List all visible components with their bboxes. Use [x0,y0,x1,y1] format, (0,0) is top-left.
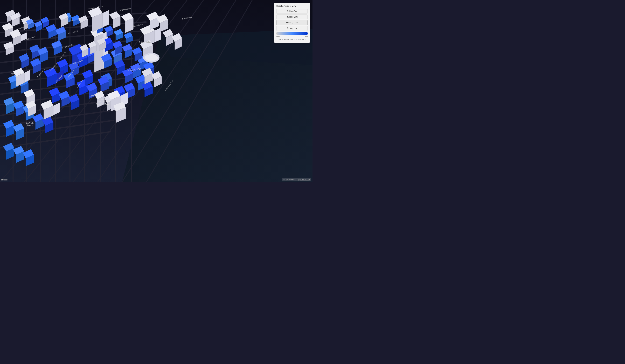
map-attribution[interactable]: © OpenStreetMap Improve this map [282,178,311,181]
control-panel: Select a metric to view: Building Age Bu… [274,2,310,43]
panel-title: Select a metric to view: [276,5,308,7]
svg-text:Governor: Governor [99,99,106,100]
building-age-button[interactable]: Building Age [276,9,308,14]
svg-marker-181 [102,10,109,27]
gradient-bar-container: Low High [276,32,308,37]
primary-use-button[interactable]: Primary Use [276,26,308,31]
svg-text:Tom McCall: Tom McCall [98,101,107,103]
osm-credit: © OpenStreetMap [283,179,296,180]
svg-text:Square: Square [15,75,21,77]
svg-text:City Center: City Center [26,122,34,124]
mapbox-logo: Mapbox [1,179,8,181]
svg-text:Parking: Parking [27,124,33,126]
svg-text:Waterfront Park: Waterfront Park [96,103,109,105]
building-sqft-button[interactable]: Building Sqft [276,14,308,19]
city-visualization[interactable]: N Broadway Bridge NW Fremont St NW Evere… [0,0,312,182]
gradient-high-label: High [304,35,308,37]
gradient-bar [276,32,308,35]
map-container: N Broadway Bridge NW Fremont St NW Evere… [0,0,312,182]
svg-point-192 [145,54,158,61]
gradient-labels: Low High [276,35,308,37]
improve-map-link[interactable]: Improve this map [298,179,310,180]
mapbox-logo-text: Mapbox [1,179,8,181]
svg-text:N Steel Bridge: N Steel Bridge [139,41,151,43]
gradient-low-label: Low [276,35,280,37]
click-info: Click on a building for more information… [276,38,308,40]
svg-text:Pioneer Courthouse: Pioneer Courthouse [11,73,25,75]
housing-units-button[interactable]: Housing Units [276,20,308,25]
